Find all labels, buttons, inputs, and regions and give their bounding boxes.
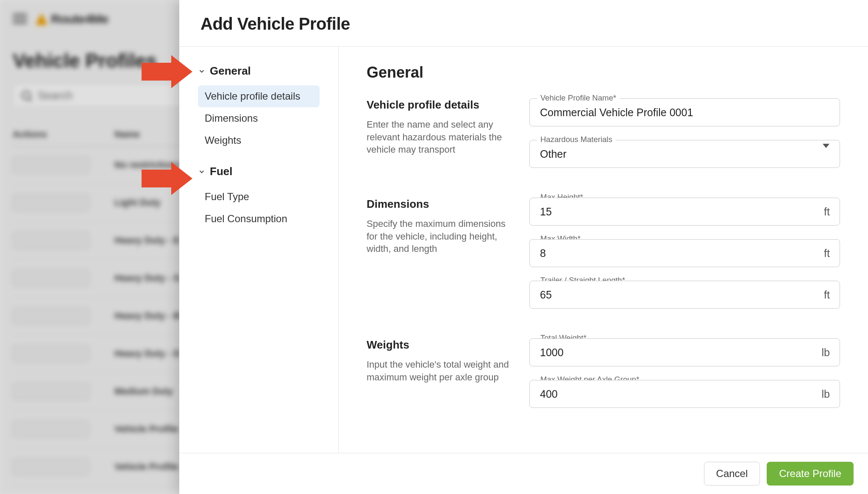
modal-sidebar: GeneralVehicle profile detailsDimensions… bbox=[179, 47, 339, 453]
select-value: Other bbox=[540, 148, 567, 160]
max-width-input[interactable] bbox=[529, 239, 840, 267]
field-max-height: Max Height* ft bbox=[529, 198, 840, 226]
nav-item-vehicle-profile-details[interactable]: Vehicle profile details bbox=[198, 85, 320, 107]
max-weight-per-axle-input[interactable] bbox=[529, 380, 840, 408]
section-weights: Weights Input the vehicle's total weight… bbox=[367, 338, 840, 408]
create-profile-button[interactable]: Create Profile bbox=[767, 462, 854, 486]
field-total-weight: Total Weight* lb bbox=[529, 338, 840, 366]
modal-header: Add Vehicle Profile bbox=[179, 0, 868, 47]
section-description: Specify the maximum dimensions for the v… bbox=[367, 218, 512, 255]
field-vehicle-profile-name: Vehicle Profile Name* bbox=[529, 98, 840, 126]
field-hazardous-materials: Hazardous Materials Other bbox=[529, 140, 840, 168]
svg-marker-0 bbox=[142, 55, 192, 88]
chevron-down-icon bbox=[198, 168, 206, 176]
section-title: Vehicle profile details bbox=[367, 98, 512, 112]
modal-footer: Cancel Create Profile bbox=[179, 453, 868, 494]
nav-group-fuel[interactable]: Fuel bbox=[198, 162, 320, 182]
field-label: Hazardous Materials bbox=[537, 135, 616, 144]
nav-item-weights[interactable]: Weights bbox=[198, 129, 320, 151]
chevron-down-icon bbox=[823, 148, 829, 160]
field-max-width: Max Width* ft bbox=[529, 239, 840, 267]
nav-item-fuel-type[interactable]: Fuel Type bbox=[198, 186, 320, 208]
annotation-arrow-icon bbox=[142, 55, 192, 88]
nav-group-general[interactable]: General bbox=[198, 61, 320, 82]
field-label: Vehicle Profile Name* bbox=[537, 93, 620, 103]
section-title: Weights bbox=[367, 338, 512, 352]
nav-item-fuel-consumption[interactable]: Fuel Consumption bbox=[198, 208, 320, 230]
modal-content: General Vehicle profile details Enter th… bbox=[339, 47, 868, 453]
content-heading: General bbox=[367, 64, 840, 81]
section-title: Dimensions bbox=[367, 198, 512, 211]
annotation-arrow-icon bbox=[142, 162, 192, 195]
svg-marker-1 bbox=[142, 162, 192, 195]
modal-title: Add Vehicle Profile bbox=[200, 14, 847, 33]
field-trailer-length: Trailer / Straight Length* ft bbox=[529, 281, 840, 309]
nav-group-label: Fuel bbox=[210, 165, 232, 178]
chevron-down-icon bbox=[198, 67, 206, 75]
add-vehicle-profile-modal: Add Vehicle Profile GeneralVehicle profi… bbox=[179, 0, 868, 494]
nav-group-label: General bbox=[210, 64, 251, 78]
cancel-button[interactable]: Cancel bbox=[704, 462, 760, 486]
max-height-input[interactable] bbox=[529, 198, 840, 226]
field-max-weight-per-axle: Max Weight per Axle Group* lb bbox=[529, 380, 840, 408]
section-vehicle-profile-details: Vehicle profile details Enter the name a… bbox=[367, 98, 840, 168]
section-description: Enter the name and select any relevant h… bbox=[367, 118, 512, 156]
nav-item-dimensions[interactable]: Dimensions bbox=[198, 107, 320, 129]
trailer-length-input[interactable] bbox=[529, 281, 840, 309]
section-description: Input the vehicle's total weight and max… bbox=[367, 358, 512, 383]
section-dimensions: Dimensions Specify the maximum dimension… bbox=[367, 198, 840, 309]
total-weight-input[interactable] bbox=[529, 338, 840, 366]
